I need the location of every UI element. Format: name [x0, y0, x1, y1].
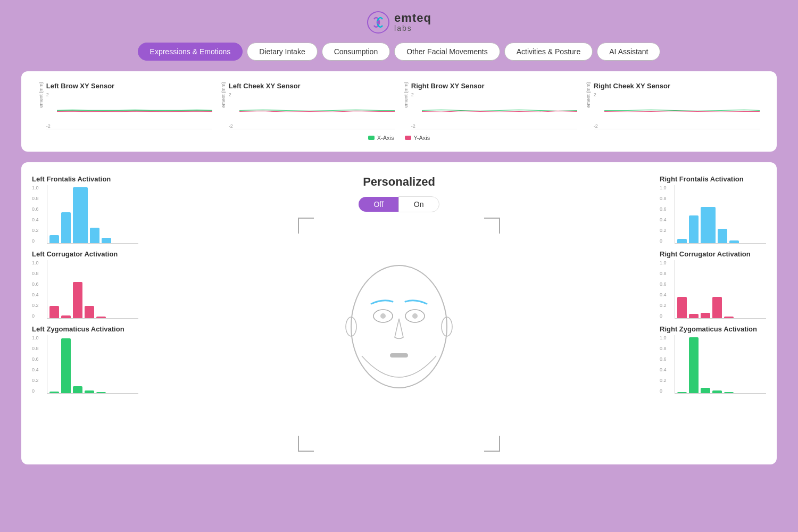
bar	[73, 282, 82, 318]
left-brow-yaxis: 2 -2	[46, 92, 56, 129]
toggle-off-button[interactable]: Off	[359, 197, 398, 212]
left-zygomaticus-title: Left Zygomaticus Activation	[32, 325, 138, 333]
left-zygomaticus-section: Left Zygomaticus Activation 1.0 0.8 0.6 …	[32, 325, 138, 394]
bar	[712, 297, 722, 318]
toggle-row: Off On	[359, 196, 439, 212]
left-cheek-sensor: ement (mm) Left Cheek XY Sensor 2 -2	[217, 82, 399, 129]
legend-x-axis: X-Axis	[368, 135, 394, 141]
left-cheek-yaxis: 2 -2	[229, 92, 238, 129]
bar	[49, 235, 59, 243]
bar	[677, 239, 687, 243]
nav-btn-expressions[interactable]: Expressions & Emotions	[138, 43, 243, 61]
corner-tl	[298, 218, 314, 234]
logo-labs: labs	[394, 24, 431, 32]
xy-sensors-row: ement (mm) Left Brow XY Sensor 2 -2	[34, 82, 764, 129]
bottom-panel: Left Frontalis Activation 1.0 0.8 0.6 0.…	[21, 162, 777, 464]
left-zygo-ylabels: 1.0 0.8 0.6 0.4 0.2 0	[32, 335, 39, 394]
left-cheek-chart: 2 -2	[229, 92, 395, 129]
left-zygo-chart	[47, 335, 138, 394]
right-brow-inner: Right Brow XY Sensor 2 -2	[411, 82, 577, 129]
bar	[96, 317, 106, 318]
right-frontalis-title: Right Frontalis Activation	[660, 175, 766, 183]
face-frame	[298, 218, 500, 452]
legend-x-label: X-Axis	[377, 135, 394, 141]
nav-btn-consumption[interactable]: Consumption	[322, 43, 390, 61]
bar	[689, 337, 699, 393]
right-cheek-ylabel: ement (mm)	[586, 82, 592, 108]
toggle-on-button[interactable]: On	[398, 196, 439, 212]
bar	[677, 297, 687, 318]
bar	[677, 392, 687, 393]
bar	[701, 207, 716, 243]
svg-point-8	[412, 313, 418, 319]
right-corrugator-chart	[675, 260, 766, 319]
svg-point-1	[377, 21, 380, 24]
right-activation-column: Right Frontalis Activation 1.0 0.8 0.6 0…	[660, 175, 766, 400]
bar	[49, 392, 59, 393]
bottom-panel-inner: Left Frontalis Activation 1.0 0.8 0.6 0.…	[32, 175, 766, 452]
xy-legend: X-Axis Y-Axis	[368, 135, 430, 141]
face-svg	[335, 234, 463, 436]
legend-y-axis: Y-Axis	[405, 135, 430, 141]
right-zygo-chart	[675, 335, 766, 394]
left-cheek-ylabel: ement (mm)	[221, 82, 227, 108]
main-content: ement (mm) Left Brow XY Sensor 2 -2	[0, 71, 798, 491]
left-frontalis-chart	[47, 185, 138, 244]
left-frontalis-title: Left Frontalis Activation	[32, 175, 138, 183]
left-cheek-lines	[239, 92, 395, 129]
logo-emteq: emteq	[394, 12, 431, 24]
left-cheek-title: Left Cheek XY Sensor	[229, 82, 395, 90]
bar	[61, 212, 71, 243]
right-brow-title: Right Brow XY Sensor	[411, 82, 577, 90]
personalized-title: Personalized	[363, 175, 435, 189]
left-frontalis-ylabels: 1.0 0.8 0.6 0.4 0.2 0	[32, 185, 39, 244]
bar	[729, 240, 739, 243]
left-brow-ylabel: ement (mm)	[38, 82, 44, 108]
nav-btn-activities[interactable]: Activities & Posture	[504, 43, 593, 61]
legend-x-dot	[368, 136, 375, 140]
logo-text: emteq labs	[394, 12, 431, 33]
bar	[712, 390, 722, 393]
nav-bar: Expressions & Emotions Dietary Intake Co…	[0, 43, 798, 71]
nav-btn-facial[interactable]: Other Facial Movements	[394, 43, 500, 61]
left-frontalis-section: Left Frontalis Activation 1.0 0.8 0.6 0.…	[32, 175, 138, 244]
bar	[724, 317, 734, 318]
right-frontalis-chart	[675, 185, 766, 244]
left-brow-lines	[57, 92, 212, 129]
bar	[49, 306, 59, 318]
left-corrugator-section: Left Corrugator Activation 1.0 0.8 0.6 0…	[32, 250, 138, 319]
logo-icon	[367, 11, 390, 34]
right-frontalis-section: Right Frontalis Activation 1.0 0.8 0.6 0…	[660, 175, 766, 244]
right-cheek-sensor: ement (mm) Right Cheek XY Sensor 2 -2	[581, 82, 764, 129]
corner-br	[484, 436, 500, 452]
right-brow-chart: 2 -2	[411, 92, 577, 129]
right-brow-lines	[422, 92, 577, 129]
left-corrugator-ylabels: 1.0 0.8 0.6 0.4 0.2 0	[32, 260, 39, 319]
corner-bl	[298, 436, 314, 452]
bar	[102, 238, 111, 244]
bar	[85, 306, 94, 318]
right-cheek-yaxis: 2 -2	[594, 92, 603, 129]
header: emteq labs	[0, 0, 798, 43]
nav-btn-ai[interactable]: AI Assistant	[597, 43, 660, 61]
bar	[689, 215, 699, 244]
bar	[61, 338, 71, 393]
right-cheek-chart: 2 -2	[594, 92, 760, 129]
logo: emteq labs	[367, 11, 431, 34]
right-brow-ylabel: ement (mm)	[403, 82, 409, 108]
right-brow-yaxis: 2 -2	[411, 92, 421, 129]
bar	[90, 228, 99, 243]
left-brow-sensor: ement (mm) Left Brow XY Sensor 2 -2	[34, 82, 217, 129]
nav-btn-dietary[interactable]: Dietary Intake	[247, 43, 317, 61]
left-brow-inner: Left Brow XY Sensor 2 -2	[46, 82, 212, 129]
bar	[73, 187, 88, 243]
left-cheek-inner: Left Cheek XY Sensor 2 -2	[229, 82, 395, 129]
left-corrugator-title: Left Corrugator Activation	[32, 250, 138, 258]
right-cheek-title: Right Cheek XY Sensor	[594, 82, 760, 90]
right-corrugator-title: Right Corrugator Activation	[660, 250, 766, 258]
bar	[689, 314, 699, 318]
left-activation-column: Left Frontalis Activation 1.0 0.8 0.6 0.…	[32, 175, 138, 400]
right-frontalis-ylabels: 1.0 0.8 0.6 0.4 0.2 0	[660, 185, 667, 244]
corner-tr	[484, 218, 500, 234]
bar	[73, 386, 82, 393]
